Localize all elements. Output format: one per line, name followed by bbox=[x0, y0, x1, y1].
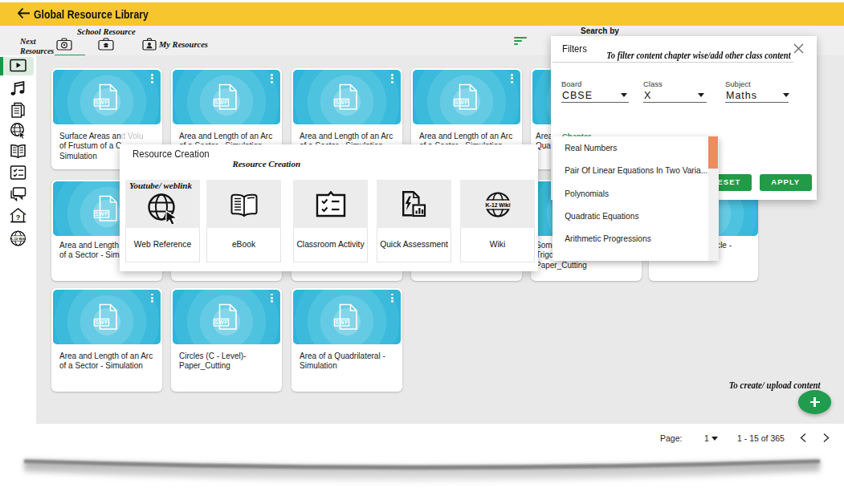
svg-text:?: ? bbox=[16, 213, 21, 222]
svg-text:SWF: SWF bbox=[95, 211, 108, 217]
svg-text:SWF: SWF bbox=[95, 319, 108, 325]
svg-text:SWF: SWF bbox=[335, 319, 349, 325]
svg-text:SWF: SWF bbox=[95, 100, 108, 105]
svg-text:SWF: SWF bbox=[214, 100, 228, 105]
svg-text:K-12 Wiki: K-12 Wiki bbox=[486, 202, 511, 208]
svg-text:SWF: SWF bbox=[335, 100, 349, 105]
svg-text:K-12 Wiki: K-12 Wiki bbox=[10, 237, 26, 241]
svg-text:SWF: SWF bbox=[455, 100, 468, 105]
svg-text:SWF: SWF bbox=[214, 319, 228, 325]
